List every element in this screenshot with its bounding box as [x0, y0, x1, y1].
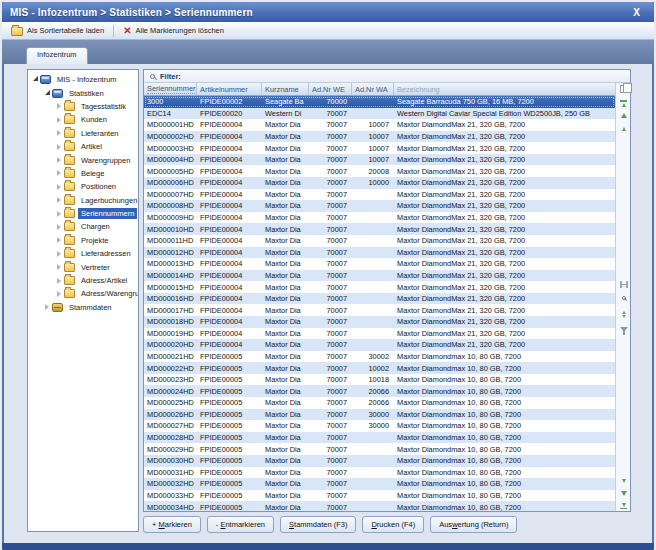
tree-item-stammdaten[interactable]: Stammdaten	[28, 301, 138, 314]
expander-collapsed-icon[interactable]	[55, 184, 63, 190]
expander-collapsed-icon[interactable]	[55, 197, 63, 203]
table-row[interactable]: MD000011HDFPIDE00004Maxtor Dia70007Maxto…	[144, 235, 615, 247]
row-down-icon[interactable]	[616, 479, 631, 483]
tree-item-vertreter[interactable]: Vertreter	[28, 260, 138, 273]
expander-collapsed-icon[interactable]	[55, 157, 63, 163]
close-button[interactable]: X	[627, 7, 646, 18]
table-row[interactable]: MD000002HDFPIDE00004Maxtor Dia7000710007…	[144, 131, 615, 143]
search-row-icon[interactable]	[616, 296, 631, 300]
load-sort-table-button[interactable]: Als Sortiertabelle laden	[6, 24, 109, 38]
tree-item-lieferanten[interactable]: Lieferanten	[28, 127, 138, 140]
filter-funnel-icon[interactable]	[616, 327, 631, 332]
table-row[interactable]: MD000022HDFPIDE00005Maxtor Dia7000710002…	[144, 362, 615, 374]
expander-collapsed-icon[interactable]	[55, 224, 63, 230]
table-row[interactable]: MD000030HDFPIDE00005Maxtor Dia70007Maxto…	[144, 455, 615, 467]
table-row[interactable]: MD000028HDFPIDE00005Maxtor Dia70007Maxto…	[144, 432, 615, 444]
expander-collapsed-icon[interactable]	[55, 211, 63, 217]
row-up-icon[interactable]	[616, 127, 631, 131]
tree-item-adress-artikel[interactable]: Adress/Artikel	[28, 274, 138, 287]
tree-item-belege[interactable]: Belege	[28, 167, 138, 180]
table-row[interactable]: MD000016HDFPIDE00004Maxtor Dia70007Maxto…	[144, 293, 615, 305]
expander-collapsed-icon[interactable]	[55, 170, 63, 176]
table-row[interactable]: 3000FPIDE00002Seagate Ba70000Seagate Bar…	[144, 96, 615, 108]
expander-collapsed-icon[interactable]	[55, 117, 63, 123]
auswertung-button[interactable]: Auswertung (Return)	[430, 516, 517, 533]
tree-item-seriennummern[interactable]: Seriennummern	[28, 207, 138, 220]
filter-row[interactable]: Filter:	[144, 70, 630, 83]
table-row[interactable]: MD000004HDFPIDE00004Maxtor Dia7000710007…	[144, 154, 615, 166]
expander-collapsed-icon[interactable]	[55, 144, 63, 150]
table-row[interactable]: MD000031HDFPIDE00005Maxtor Dia70007Maxto…	[144, 467, 615, 479]
table-row[interactable]: MD000006HDFPIDE00004Maxtor Dia7000710000…	[144, 177, 615, 189]
tree-item-lagerbuchungen[interactable]: Lagerbuchungen	[28, 194, 138, 207]
tree-item-chargen[interactable]: Chargen	[28, 220, 138, 233]
table-row[interactable]: MD000025HDFPIDE00005Maxtor Dia7000720066…	[144, 397, 615, 409]
tree-item-positionen[interactable]: Positionen	[28, 180, 138, 193]
expander-expanded-icon[interactable]	[31, 77, 39, 82]
tree-item-projekte[interactable]: Projekte	[28, 234, 138, 247]
expander-collapsed-icon[interactable]	[55, 130, 63, 136]
unmark-button[interactable]: - Entmarkieren	[207, 516, 274, 533]
expander-collapsed-icon[interactable]	[55, 237, 63, 243]
expander-collapsed-icon[interactable]	[55, 278, 63, 284]
table-row[interactable]: MD000032HDFPIDE00005Maxtor Dia70007Maxto…	[144, 478, 615, 490]
tree-item-mis-infozentrum[interactable]: MIS - Infozentrum	[28, 73, 138, 86]
table-row[interactable]: MD000012HDFPIDE00004Maxtor Dia70007Maxto…	[144, 247, 615, 259]
tree-item-warengruppen[interactable]: Warengruppen	[28, 153, 138, 166]
column-header-bezeichnung[interactable]: Bezeichnung	[394, 83, 615, 95]
scroll-first-icon[interactable]	[616, 100, 631, 107]
column-header-seriennummer[interactable]: Seriennummer	[144, 83, 197, 95]
table-row[interactable]: MD000020HDFPIDE00004Maxtor Dia70007Maxto…	[144, 339, 615, 351]
table-row[interactable]: MD000009HDFPIDE00004Maxtor Dia70007Maxto…	[144, 212, 615, 224]
sort-icon[interactable]	[616, 311, 631, 318]
table-row[interactable]: MD000023HDFPIDE00005Maxtor Dia7000710018…	[144, 374, 615, 386]
clear-marks-button[interactable]: ✕ Alle Markierungen löschen	[118, 24, 229, 38]
expander-collapsed-icon[interactable]	[55, 264, 63, 270]
expander-collapsed-icon[interactable]	[43, 304, 51, 310]
expander-collapsed-icon[interactable]	[55, 103, 63, 109]
column-header-artikelnummer[interactable]: Artikelnummer	[197, 83, 262, 95]
stammdaten-button[interactable]: Stammdaten (F3)	[280, 516, 356, 533]
table-row[interactable]: MD000010HDFPIDE00004Maxtor Dia70007Maxto…	[144, 223, 615, 235]
table-row[interactable]: MD000014HDFPIDE00004Maxtor Dia70007Maxto…	[144, 270, 615, 282]
table-row[interactable]: MD000029HDFPIDE00005Maxtor Dia70007Maxto…	[144, 443, 615, 455]
tree-item-lieferadressen[interactable]: Lieferadressen	[28, 247, 138, 260]
table-row[interactable]: MD000007HDFPIDE00004Maxtor Dia70007Maxto…	[144, 189, 615, 201]
table-row[interactable]: MD000008HDFPIDE00004Maxtor Dia70007Maxto…	[144, 200, 615, 212]
table-row[interactable]: MD000005HDFPIDE00004Maxtor Dia7000720008…	[144, 165, 615, 177]
column-header-kurzname[interactable]: Kurzname	[262, 83, 309, 95]
table-row[interactable]: MD000001HDFPIDE00004Maxtor Dia7000710007…	[144, 119, 615, 131]
table-row[interactable]: MD000024HDFPIDE00005Maxtor Dia7000720066…	[144, 385, 615, 397]
expander-expanded-icon[interactable]	[43, 91, 51, 96]
table-row[interactable]: MD000003HDFPIDE00004Maxtor Dia7000710007…	[144, 142, 615, 154]
tree-item-artikel[interactable]: Artikel	[28, 140, 138, 153]
table-row[interactable]: MD000019HDFPIDE00004Maxtor Dia70007Maxto…	[144, 328, 615, 340]
table-row[interactable]: MD000013HDFPIDE00004Maxtor Dia70007Maxto…	[144, 258, 615, 270]
table-cell	[352, 212, 394, 224]
page-down-icon[interactable]	[616, 491, 631, 496]
table-row[interactable]: MD000017HDFPIDE00004Maxtor Dia70007Maxto…	[144, 304, 615, 316]
tab-infozentrum[interactable]: Infozentrum	[26, 47, 88, 64]
table-row[interactable]: MD000034HDFPIDE00005Maxtor Dia70007Maxto…	[144, 501, 615, 511]
column-fit-icon[interactable]	[616, 281, 631, 288]
column-header-ad-nr-we[interactable]: Ad.Nr WE	[309, 83, 352, 95]
table-row[interactable]: MD000021HDFPIDE00005Maxtor Dia7000730002…	[144, 351, 615, 363]
tree-item-adress-warengruppen[interactable]: Adress/Warengruppen	[28, 287, 138, 300]
copy-icon[interactable]	[616, 85, 631, 93]
expander-collapsed-icon[interactable]	[55, 291, 63, 297]
tree-item-kunden[interactable]: Kunden	[28, 113, 138, 126]
expander-collapsed-icon[interactable]	[55, 251, 63, 257]
page-up-icon[interactable]	[616, 113, 631, 118]
tree-item-tagesstatistik[interactable]: Tagesstatistik	[28, 100, 138, 113]
drucken-button[interactable]: Drucken (F4)	[362, 516, 424, 533]
table-row[interactable]: EDC14FPIDE00020Western Di70007Western Di…	[144, 108, 615, 120]
column-header-ad-nr-wa[interactable]: Ad.Nr WA	[352, 83, 394, 95]
scroll-last-icon[interactable]	[616, 503, 631, 510]
table-row[interactable]: MD000027HDFPIDE00005Maxtor Dia7000730000…	[144, 420, 615, 432]
table-row[interactable]: MD000018HDFPIDE00004Maxtor Dia70007Maxto…	[144, 316, 615, 328]
table-row[interactable]: MD000015HDFPIDE00004Maxtor Dia70007Maxto…	[144, 281, 615, 293]
mark-button[interactable]: + Markieren	[143, 516, 201, 533]
table-row[interactable]: MD000026HDFPIDE00005Maxtor Dia7000730000…	[144, 409, 615, 421]
tree-item-statistiken[interactable]: Statistiken	[28, 86, 138, 99]
table-row[interactable]: MD000033HDFPIDE00005Maxtor Dia70007Maxto…	[144, 490, 615, 502]
